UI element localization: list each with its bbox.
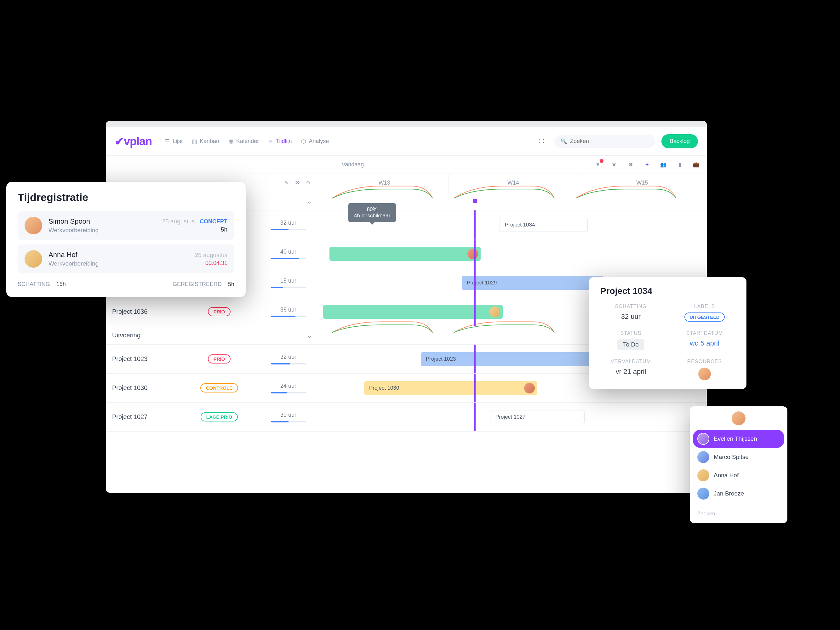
project-name[interactable]: Project 1027	[106, 413, 182, 420]
chart-icon: ⬡	[301, 139, 306, 144]
project-tag: CONTROLE	[200, 384, 238, 393]
gantt-bar-p1034[interactable]: Project 1034	[499, 218, 588, 232]
entry-date: 25 augustus	[195, 252, 227, 259]
search-input[interactable]	[570, 138, 649, 145]
project-tag: LAGE PRIO	[201, 412, 238, 422]
search-icon: 🔍	[561, 138, 567, 144]
picker-item[interactable]: Marco Spitse	[693, 448, 784, 466]
user-avatar	[25, 250, 42, 268]
tab-kalender[interactable]: ▦Kalender	[228, 138, 259, 145]
tab-lijst[interactable]: ☰Lijst	[164, 138, 183, 145]
tooltip-available: 4h beschikbaar	[354, 213, 390, 219]
backlog-button[interactable]: Backlog	[662, 134, 698, 148]
detail-label-badge[interactable]: UITGESTELD	[684, 313, 725, 322]
people-button[interactable]: 👥	[659, 160, 668, 169]
picker-item[interactable]: Anna Hof	[693, 466, 784, 485]
today-indicator	[474, 210, 475, 239]
picker-item[interactable]: Jan Broeze	[693, 485, 784, 503]
picker-item[interactable]: Evelien Thijssen	[693, 429, 784, 448]
detail-startdate-value[interactable]: wo 5 april	[674, 339, 735, 347]
archive-button[interactable]: ▮	[675, 160, 684, 169]
picker-search[interactable]: Zoeken	[693, 506, 784, 518]
collapse-toggle[interactable]: ⌄	[307, 332, 312, 339]
today-marker-dot	[473, 199, 477, 203]
gantt-bar-p1030[interactable]: Project 1030	[364, 381, 537, 395]
estimate-value: 18 uur	[280, 278, 296, 284]
detail-resource-avatar[interactable]	[698, 368, 711, 380]
user-avatar	[25, 217, 42, 234]
entry-hours: 5h	[162, 226, 227, 233]
avatar-icon	[697, 433, 709, 445]
time-entry[interactable]: Simon Spoon Werkvoorbereiding 25 augustu…	[17, 211, 234, 240]
selected-resource-avatar	[732, 411, 745, 425]
today-indicator	[474, 344, 475, 373]
detail-estimate-label: SCHATTING	[600, 304, 662, 309]
estimate-value: 32 uur	[280, 354, 296, 360]
hide-button[interactable]: ⦰	[306, 180, 310, 186]
tab-kanban[interactable]: ▥Kanban	[191, 138, 219, 145]
detail-startdate-label: STARTDATUM	[674, 330, 735, 336]
picker-name: Marco Spitse	[714, 453, 748, 461]
briefcase-button[interactable]: 💼	[692, 160, 701, 169]
expand-button[interactable]: ⛶	[535, 135, 548, 148]
footer-estimate-value: 15h	[56, 281, 66, 287]
gantt-bar[interactable]	[323, 305, 503, 319]
app-logo[interactable]: ✔vplan	[115, 135, 152, 148]
detail-title: Project 1034	[600, 286, 735, 296]
filter-button[interactable]: ▼	[594, 160, 602, 169]
detail-duedate-value: vr 21 april	[600, 368, 662, 376]
project-name[interactable]: Project 1030	[106, 384, 182, 392]
detail-status-value[interactable]: To Do	[617, 339, 644, 350]
timeline-icon: ≡	[268, 139, 273, 144]
capacity-sparkline	[320, 183, 685, 201]
picker-name: Jan Broeze	[714, 490, 744, 497]
view-button[interactable]: 👁	[295, 180, 300, 186]
tab-analyse[interactable]: ⬡Analyse	[301, 138, 329, 145]
kanban-icon: ▥	[191, 139, 197, 144]
calendar-icon: ▦	[228, 139, 234, 144]
picker-name: Evelien Thijssen	[714, 435, 757, 442]
app-header: ✔vplan ☰Lijst ▥Kanban ▦Kalender ≡Tijdlij…	[106, 127, 707, 156]
footer-estimate-label: SCHATTING	[17, 281, 50, 287]
people-icon: 👥	[660, 162, 666, 167]
detail-duedate-label: VERVALDATUM	[600, 359, 662, 365]
gantt-bar-p1027[interactable]: Project 1027	[490, 410, 584, 424]
filter-badge	[600, 159, 603, 163]
gantt-label: Project 1030	[369, 385, 399, 391]
estimate-value: 32 uur	[280, 219, 296, 226]
availability-tooltip: 80% 4h beschikbaar	[348, 203, 396, 222]
project-tag: PRIO	[208, 307, 231, 316]
tab-label: Kanban	[200, 138, 219, 145]
gantt-bar-p1029[interactable]: Project 1029	[462, 276, 603, 290]
tab-label: Analyse	[309, 138, 329, 145]
user-activity: Werkvoorbereiding	[49, 227, 156, 234]
project-name[interactable]: Project 1023	[106, 355, 182, 363]
gantt-bar-p1023[interactable]: Project 1023	[421, 352, 603, 366]
today-indicator	[474, 239, 475, 268]
briefcase-icon: 💼	[693, 162, 699, 167]
resource-avatar	[524, 383, 535, 393]
estimate-value: 40 uur	[280, 248, 296, 255]
tab-tijdlijn[interactable]: ≡Tijdlijn	[268, 138, 292, 145]
footer-registered-value: 5h	[228, 281, 234, 287]
tools-button[interactable]: ✖	[626, 160, 635, 169]
time-registration-panel: Tijdregistratie Simon Spoon Werkvoorbere…	[6, 182, 246, 297]
tab-label: Lijst	[173, 138, 183, 145]
tab-label: Kalender	[236, 138, 259, 145]
list-icon: ☰	[164, 139, 170, 144]
project-name[interactable]: Project 1036	[106, 308, 182, 315]
project-tag: PRIO	[208, 354, 231, 363]
wrench-icon: ✖	[628, 162, 633, 167]
collapse-toggle[interactable]: ⌄	[307, 197, 312, 205]
puzzle-button[interactable]: ✦	[643, 160, 651, 169]
gantt-bar[interactable]	[330, 247, 481, 261]
search-box[interactable]: 🔍	[554, 135, 655, 148]
time-entry[interactable]: Anna Hof Werkvoorbereiding 25 augustus 0…	[17, 245, 234, 273]
eye-icon: 👁	[612, 162, 617, 167]
visibility-button[interactable]: 👁	[610, 160, 619, 169]
avatar-icon	[697, 469, 709, 481]
toolbar-icons: ▼ 👁 ✖ ✦ 👥 ▮ 💼	[594, 160, 701, 169]
subheader: Vandaag ▼ 👁 ✖ ✦ 👥 ▮ 💼	[106, 156, 707, 174]
today-label[interactable]: Vandaag	[112, 161, 594, 168]
edit-button[interactable]: ✎	[285, 180, 289, 186]
